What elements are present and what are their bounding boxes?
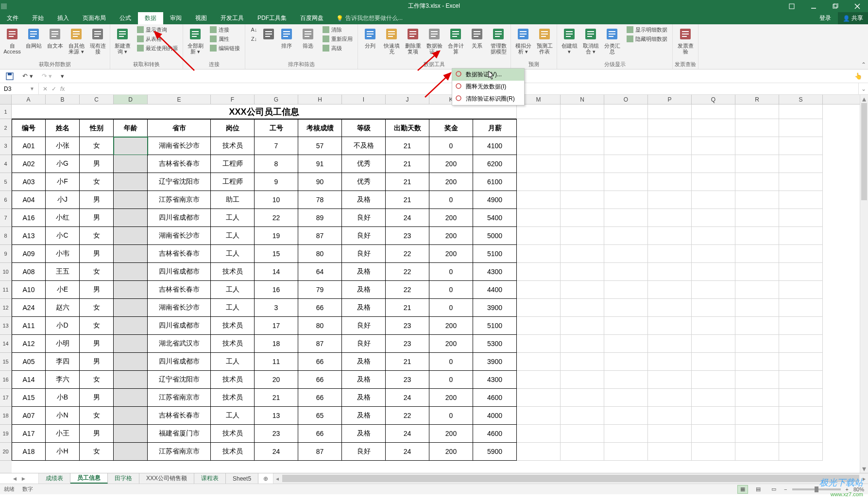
ribbon-btn-自 Access[interactable]: 自 Access: [2, 25, 22, 55]
table-cell[interactable]: [561, 191, 604, 209]
row-header-7[interactable]: 7: [0, 209, 12, 227]
table-cell[interactable]: [604, 173, 648, 191]
sheet-tab-Sheet5[interactable]: Sheet5: [226, 473, 258, 484]
row-header-9[interactable]: 9: [0, 245, 12, 263]
close-icon[interactable]: [846, 0, 868, 12]
table-cell[interactable]: 及格: [342, 407, 386, 425]
row-header-14[interactable]: 14: [0, 335, 12, 353]
table-cell[interactable]: 0: [429, 371, 473, 389]
table-cell[interactable]: 90: [298, 173, 342, 191]
table-cell[interactable]: A10: [12, 281, 46, 299]
table-cell[interactable]: 江苏省南京市: [148, 191, 211, 209]
empty-cell[interactable]: [604, 104, 648, 119]
ribbon-btn-自文本[interactable]: 自文本: [45, 25, 65, 50]
table-cell[interactable]: [561, 353, 604, 371]
table-cell[interactable]: 4400: [473, 281, 517, 299]
table-cell[interactable]: [692, 425, 735, 443]
table-cell[interactable]: [114, 155, 148, 173]
col-header-Q[interactable]: Q: [692, 95, 735, 104]
table-cell[interactable]: 湖北省武汉市: [148, 335, 211, 353]
ribbon-btn-分列[interactable]: 分列: [360, 25, 380, 50]
table-cell[interactable]: 66: [298, 389, 342, 407]
empty-cell[interactable]: [692, 119, 735, 137]
table-cell[interactable]: [692, 371, 735, 389]
table-cell[interactable]: [561, 227, 604, 245]
table-cell[interactable]: 6200: [473, 155, 517, 173]
table-cell[interactable]: [779, 173, 823, 191]
cancel-formula-icon[interactable]: ✕: [43, 86, 48, 92]
table-cell[interactable]: 16: [255, 281, 298, 299]
table-cell[interactable]: 良好: [342, 227, 386, 245]
table-cell[interactable]: 15: [255, 245, 298, 263]
table-cell[interactable]: A03: [12, 173, 46, 191]
table-cell[interactable]: 200: [429, 443, 473, 461]
login-link[interactable]: 登录: [813, 14, 838, 22]
table-header[interactable]: 省市: [148, 119, 211, 137]
table-cell[interactable]: 男: [80, 245, 114, 263]
table-cell[interactable]: 四川省成都市: [148, 209, 211, 227]
table-cell[interactable]: [692, 137, 735, 155]
empty-cell[interactable]: [604, 119, 648, 137]
ribbon-btn-属性[interactable]: 属性: [206, 35, 243, 43]
table-cell[interactable]: 及格: [342, 425, 386, 443]
row-header-12[interactable]: 12: [0, 299, 12, 317]
table-cell[interactable]: 技术员: [211, 263, 255, 281]
table-cell[interactable]: [735, 371, 779, 389]
table-cell[interactable]: 湖南省长沙市: [148, 137, 211, 155]
col-header-S[interactable]: S: [779, 95, 823, 104]
ribbon-btn-sort-desc[interactable]: Z↓: [247, 35, 261, 43]
table-cell[interactable]: [779, 155, 823, 173]
table-cell[interactable]: 4300: [473, 263, 517, 281]
table-cell[interactable]: [114, 353, 148, 371]
table-cell[interactable]: 良好: [342, 245, 386, 263]
table-cell[interactable]: [561, 155, 604, 173]
table-cell[interactable]: [604, 209, 648, 227]
table-cell[interactable]: 3900: [473, 353, 517, 371]
table-cell[interactable]: 200: [429, 335, 473, 353]
table-cell[interactable]: [114, 317, 148, 335]
name-box[interactable]: ▼: [0, 83, 39, 94]
zoom-level[interactable]: 80%: [853, 486, 864, 492]
table-cell[interactable]: 良好: [342, 209, 386, 227]
table-cell[interactable]: 23: [255, 425, 298, 443]
table-cell[interactable]: 小D: [46, 317, 80, 335]
table-cell[interactable]: 65: [298, 407, 342, 425]
table-cell[interactable]: [561, 245, 604, 263]
table-cell[interactable]: [692, 317, 735, 335]
table-cell[interactable]: 及格: [342, 191, 386, 209]
table-cell[interactable]: [735, 353, 779, 371]
table-cell[interactable]: 22: [386, 281, 429, 299]
table-cell[interactable]: [561, 263, 604, 281]
table-cell[interactable]: 李六: [46, 371, 80, 389]
table-cell[interactable]: [692, 227, 735, 245]
col-header-F[interactable]: F: [211, 95, 255, 104]
row-header-10[interactable]: 10: [0, 263, 12, 281]
table-cell[interactable]: [779, 245, 823, 263]
table-cell[interactable]: 良好: [342, 317, 386, 335]
col-header-P[interactable]: P: [648, 95, 692, 104]
table-cell[interactable]: [517, 299, 561, 317]
row-header-3[interactable]: 3: [0, 137, 12, 155]
table-cell[interactable]: [648, 245, 692, 263]
table-cell[interactable]: [517, 191, 561, 209]
table-cell[interactable]: 24: [386, 443, 429, 461]
table-cell[interactable]: [779, 317, 823, 335]
table-cell[interactable]: 200: [429, 227, 473, 245]
table-cell[interactable]: [779, 371, 823, 389]
table-cell[interactable]: [517, 245, 561, 263]
hscroll-thumb[interactable]: [282, 475, 859, 482]
expand-formula-icon[interactable]: ⌄: [858, 83, 868, 94]
table-cell[interactable]: 66: [298, 299, 342, 317]
undo-icon[interactable]: ↶ ▾: [20, 71, 35, 81]
empty-cell[interactable]: [648, 119, 692, 137]
row-header-5[interactable]: 5: [0, 173, 12, 191]
table-header[interactable]: 考核成绩: [298, 119, 342, 137]
vscroll-thumb[interactable]: [861, 103, 867, 200]
table-cell[interactable]: A14: [12, 371, 46, 389]
table-cell[interactable]: 工人: [211, 209, 255, 227]
table-cell[interactable]: [604, 443, 648, 461]
table-cell[interactable]: [735, 173, 779, 191]
table-cell[interactable]: 200: [429, 389, 473, 407]
table-cell[interactable]: 11: [255, 353, 298, 371]
table-cell[interactable]: 4300: [473, 371, 517, 389]
